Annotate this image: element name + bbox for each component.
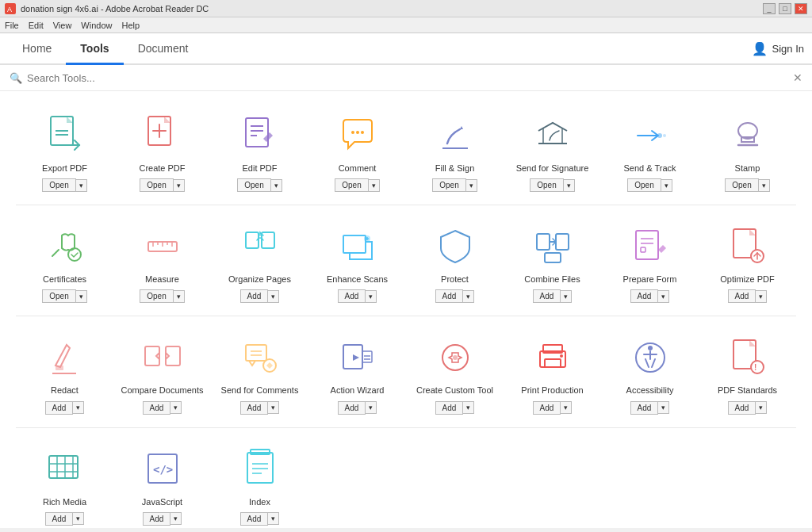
tool-compare-documents[interactable]: Compare Documents Add ▾ [113,321,211,422]
javascript-dropdown-btn[interactable]: ▾ [170,512,182,525]
pdf-standards-dropdown-btn[interactable]: ▾ [756,401,767,414]
enhance-scans-add-btn[interactable]: Add [338,289,366,303]
tab-document[interactable]: Document [124,33,203,65]
send-track-open-btn[interactable]: Open [627,178,661,192]
measure-open-btn[interactable]: Open [140,289,173,303]
send-track-dropdown-btn[interactable]: ▾ [661,179,672,192]
export-pdf-btn-group[interactable]: Open ▾ [42,178,86,192]
combine-files-btn-group[interactable]: Add ▾ [533,289,573,303]
measure-dropdown-btn[interactable]: ▾ [174,290,185,303]
send-for-comments-btn-group[interactable]: Add ▾ [240,401,280,415]
index-dropdown-btn[interactable]: ▾ [268,512,279,525]
print-production-add-btn[interactable]: Add [533,401,561,415]
tool-comment[interactable]: Comment Open ▾ [308,99,406,200]
minimize-button[interactable]: _ [763,3,776,14]
comment-dropdown-btn[interactable]: ▾ [369,179,380,192]
create-custom-dropdown-btn[interactable]: ▾ [463,401,474,414]
edit-pdf-open-btn[interactable]: Open [237,178,270,192]
menu-view[interactable]: View [53,21,72,30]
javascript-add-btn[interactable]: Add [143,512,171,526]
tool-export-pdf[interactable]: Export PDF Open ▾ [16,99,113,200]
comment-open-btn[interactable]: Open [335,178,368,192]
index-btn-group[interactable]: Add ▾ [240,512,280,526]
prepare-form-btn-group[interactable]: Add ▾ [630,289,670,303]
send-track-btn-group[interactable]: Open ▾ [627,178,672,192]
action-wizard-add-btn[interactable]: Add [338,401,366,415]
accessibility-add-btn[interactable]: Add [630,401,659,415]
maximize-button[interactable]: □ [779,3,791,14]
tool-create-pdf[interactable]: Create PDF Open ▾ [113,99,211,200]
send-for-comments-add-btn[interactable]: Add [240,401,269,415]
organize-pages-add-btn[interactable]: Add [240,289,269,303]
export-pdf-open-btn[interactable]: Open [42,178,75,192]
tool-print-production[interactable]: Print Production Add ▾ [504,321,601,422]
optimize-pdf-dropdown-btn[interactable]: ▾ [756,290,767,303]
send-for-signature-btn-group[interactable]: Open ▾ [530,178,574,192]
create-custom-add-btn[interactable]: Add [435,401,464,415]
protect-dropdown-btn[interactable]: ▾ [463,290,474,303]
rich-media-add-btn[interactable]: Add [45,512,74,526]
enhance-scans-btn-group[interactable]: Add ▾ [338,289,377,303]
optimize-pdf-add-btn[interactable]: Add [728,289,756,303]
tool-create-custom[interactable]: Create Custom Tool Add ▾ [406,321,504,422]
tool-stamp[interactable]: Stamp Open ▾ [699,99,796,200]
fill-sign-open-btn[interactable]: Open [432,178,465,192]
tool-send-track[interactable]: Send & Track Open ▾ [601,99,699,200]
menu-help[interactable]: Help [121,21,140,30]
prepare-form-dropdown-btn[interactable]: ▾ [658,290,669,303]
measure-btn-group[interactable]: Open ▾ [140,289,184,303]
enhance-scans-dropdown-btn[interactable]: ▾ [366,290,377,303]
index-add-btn[interactable]: Add [240,512,269,526]
tool-combine-files[interactable]: Combine Files Add ▾ [504,210,601,311]
compare-documents-add-btn[interactable]: Add [143,401,171,415]
tool-certificates[interactable]: Certificates Open ▾ [16,210,113,311]
menu-window[interactable]: Window [81,21,112,30]
tool-pdf-standards[interactable]: ! PDF Standards Add ▾ [699,321,796,422]
stamp-btn-group[interactable]: Open ▾ [725,178,769,192]
prepare-form-add-btn[interactable]: Add [630,289,659,303]
tool-edit-pdf[interactable]: Edit PDF Open ▾ [211,99,308,200]
optimize-pdf-btn-group[interactable]: Add ▾ [728,289,768,303]
tool-accessibility[interactable]: Accessibility Add ▾ [601,321,699,422]
tool-protect[interactable]: Protect Add ▾ [406,210,504,311]
tool-enhance-scans[interactable]: Enhance Scans Add ▾ [308,210,406,311]
search-input[interactable] [27,72,788,84]
tool-javascript[interactable]: </> JavaScript Add ▾ [113,433,211,528]
search-close-button[interactable]: ✕ [793,71,802,84]
tool-send-for-comments[interactable]: Send for Comments Add ▾ [211,321,308,422]
javascript-btn-group[interactable]: Add ▾ [143,512,182,526]
create-custom-btn-group[interactable]: Add ▾ [435,401,475,415]
pdf-standards-btn-group[interactable]: Add ▾ [728,401,768,415]
create-pdf-open-btn[interactable]: Open [140,178,173,192]
compare-documents-btn-group[interactable]: Add ▾ [143,401,182,415]
action-wizard-btn-group[interactable]: Add ▾ [338,401,377,415]
tool-optimize-pdf[interactable]: Optimize PDF Add ▾ [699,210,796,311]
create-pdf-dropdown-btn[interactable]: ▾ [174,179,185,192]
window-controls[interactable]: _ □ ✕ [763,3,807,14]
tool-rich-media[interactable]: Rich Media Add ▾ [16,433,113,528]
tab-tools[interactable]: Tools [66,33,123,65]
print-production-btn-group[interactable]: Add ▾ [533,401,573,415]
tool-send-for-signature[interactable]: Send for Signature Open ▾ [504,99,601,200]
redact-dropdown-btn[interactable]: ▾ [73,401,84,414]
pdf-standards-add-btn[interactable]: Add [728,401,756,415]
tool-measure[interactable]: Measure Open ▾ [113,210,211,311]
print-production-dropdown-btn[interactable]: ▾ [561,401,572,414]
protect-add-btn[interactable]: Add [435,289,464,303]
send-for-signature-dropdown-btn[interactable]: ▾ [564,179,575,192]
rich-media-dropdown-btn[interactable]: ▾ [73,512,84,525]
organize-pages-btn-group[interactable]: Add ▾ [240,289,280,303]
redact-btn-group[interactable]: Add ▾ [45,401,85,415]
export-pdf-dropdown-btn[interactable]: ▾ [76,179,87,192]
tab-home[interactable]: Home [8,33,66,65]
close-button[interactable]: ✕ [795,3,807,14]
send-for-signature-open-btn[interactable]: Open [530,178,563,192]
menu-file[interactable]: File [5,21,19,30]
tool-action-wizard[interactable]: Action Wizard Add ▾ [308,321,406,422]
combine-files-dropdown-btn[interactable]: ▾ [561,290,572,303]
comment-btn-group[interactable]: Open ▾ [335,178,379,192]
send-for-comments-dropdown-btn[interactable]: ▾ [268,401,279,414]
edit-pdf-dropdown-btn[interactable]: ▾ [271,179,282,192]
tool-index[interactable]: Index Add ▾ [211,433,308,528]
certificates-open-btn[interactable]: Open [42,289,75,303]
